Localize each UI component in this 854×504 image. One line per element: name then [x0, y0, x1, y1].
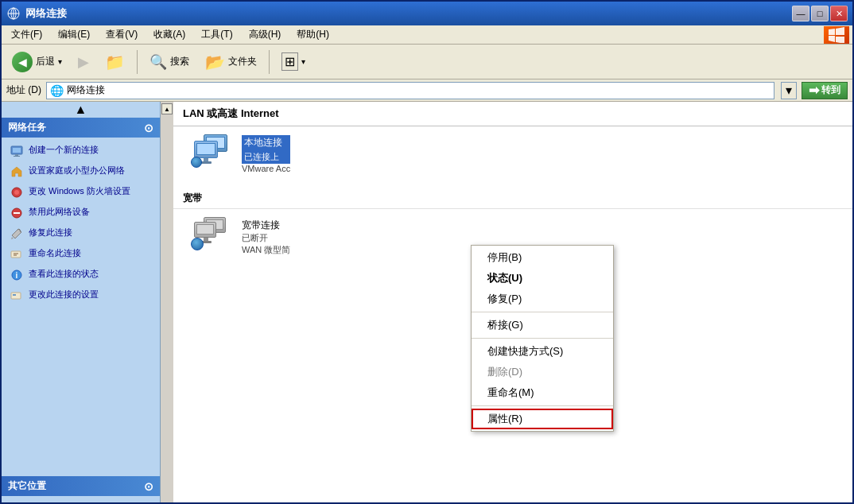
address-label: 地址 (D)	[6, 83, 41, 97]
broadband-section-header: 宽带	[173, 188, 852, 209]
ctx-status[interactable]: 状态(U)	[472, 268, 613, 289]
menu-favorites[interactable]: 收藏(A)	[147, 26, 192, 43]
other-places-label: 其它位置	[8, 479, 46, 493]
change-settings-text: 更改此连接的设置	[29, 289, 99, 300]
back-dropdown-arrow[interactable]: ▾	[58, 57, 62, 66]
folder-label: 文件夹	[228, 55, 257, 68]
folder-button[interactable]: 📂 文件夹	[200, 49, 262, 75]
go-arrow-icon: ➡	[809, 83, 819, 98]
home-network-text: 设置家庭或小型办公网络	[29, 165, 125, 176]
maximize-button[interactable]: □	[811, 6, 829, 21]
up-button[interactable]: 📁	[99, 49, 130, 75]
network-tasks-label: 网络任务	[8, 121, 46, 134]
broadband-connection-detail: WAN 微型简	[242, 244, 290, 256]
broadband-connection-icon	[189, 217, 234, 257]
svg-rect-7	[14, 156, 20, 157]
address-input[interactable]: 🌐 网络连接	[46, 82, 774, 99]
view-icon: ⊞	[281, 52, 298, 71]
firewall-text: 更改 Windows 防火墙设置	[29, 185, 130, 196]
separator-1	[137, 50, 138, 74]
search-label: 搜索	[170, 55, 189, 68]
view-status-item[interactable]: i 查看此连接的状态	[2, 265, 160, 285]
local-connection-label: 本地连接 已连接上 VMware Acc	[242, 135, 290, 173]
minimize-button[interactable]: —	[792, 6, 809, 21]
change-settings-item[interactable]: 更改此连接的设置	[2, 285, 160, 306]
view-dropdown-arrow[interactable]: ▾	[301, 57, 305, 66]
forward-icon: ▶	[78, 53, 89, 71]
svg-rect-12	[11, 251, 21, 258]
search-button[interactable]: 🔍 搜索	[144, 50, 195, 74]
ctx-bridge[interactable]: 桥接(G)	[472, 315, 613, 335]
other-places-section: 其它位置 ⊙	[2, 476, 160, 496]
go-button[interactable]: ➡ 转到	[802, 82, 848, 99]
ctx-disable[interactable]: 停用(B)	[472, 247, 613, 268]
left-panel: ▲ 网络任务 ⊙ 创建一个新的连接	[2, 102, 161, 502]
window-title: 网络连接	[25, 6, 67, 21]
scroll-up-btn[interactable]: ▲	[161, 103, 173, 114]
network-tasks-items: 创建一个新的连接 设置家庭或小型办公网络 更改 Windows 防火墙设置	[2, 138, 160, 309]
search-icon: 🔍	[149, 53, 167, 71]
folder-icon: 📂	[205, 52, 225, 72]
local-connection-icon	[189, 134, 234, 174]
local-connection-item[interactable]: 本地连接 已连接上 VMware Acc	[189, 134, 837, 174]
ctx-repair[interactable]: 修复(P)	[472, 289, 613, 309]
menu-edit[interactable]: 编辑(E)	[52, 26, 96, 43]
back-icon: ◀	[12, 52, 33, 72]
network-tasks-section: 网络任务 ⊙ 创建一个新的连接 设置家庭或小型办公网络	[2, 118, 160, 309]
forward-button[interactable]: ▶	[72, 50, 95, 74]
ctx-rename[interactable]: 重命名(M)	[472, 382, 613, 403]
menu-help[interactable]: 帮助(H)	[290, 26, 336, 43]
ctx-sep-3	[472, 405, 613, 406]
address-dropdown-button[interactable]: ▾	[781, 82, 797, 99]
go-label: 转到	[821, 83, 840, 97]
svg-rect-5	[13, 148, 21, 153]
svg-point-9	[14, 190, 19, 195]
svg-text:i: i	[16, 271, 18, 280]
rename-connection-text: 重命名此连接	[29, 247, 81, 258]
ctx-create-shortcut[interactable]: 创建快捷方式(S)	[472, 341, 613, 362]
lan-icons-area: 本地连接 已连接上 VMware Acc	[173, 126, 852, 188]
rename-connection-icon	[10, 247, 24, 262]
close-button[interactable]: ✕	[830, 6, 848, 21]
broadband-connection-name: 宽带连接	[242, 219, 290, 232]
network-tasks-header[interactable]: 网络任务 ⊙	[2, 118, 160, 138]
folder-up-icon: 📁	[105, 52, 125, 72]
main-window: 网络连接 — □ ✕ 文件(F) 编辑(E) 查看(V) 收藏(A) 工具(T)…	[0, 0, 854, 504]
view-button[interactable]: ⊞ ▾	[276, 49, 311, 74]
scroll-up-button[interactable]: ▲	[2, 102, 160, 118]
menu-advanced[interactable]: 高级(H)	[243, 26, 288, 43]
titlebar: 网络连接 — □ ✕	[2, 2, 852, 25]
disable-network-text: 禁用此网络设备	[29, 206, 90, 217]
firewall-item[interactable]: 更改 Windows 防火墙设置	[2, 182, 160, 203]
other-places-header[interactable]: 其它位置 ⊙	[2, 476, 160, 496]
lan-section-header: LAN 或高速 Internet	[173, 102, 852, 126]
svg-rect-6	[15, 154, 18, 156]
home-network-icon	[10, 165, 24, 179]
ctx-sep-1	[472, 312, 613, 312]
network-tasks-collapse-icon: ⊙	[144, 122, 153, 134]
broadband-connection-status: 已断开	[242, 232, 290, 244]
ctx-properties[interactable]: 属性(R)	[472, 409, 613, 429]
rename-connection-item[interactable]: 重命名此连接	[2, 244, 160, 265]
repair-connection-text: 修复此连接	[29, 227, 72, 238]
disable-network-icon	[10, 206, 24, 220]
broadband-connection-label: 宽带连接 已断开 WAN 微型简	[242, 219, 290, 256]
right-panel: ▲ LAN 或高速 Internet	[161, 102, 852, 502]
menu-view[interactable]: 查看(V)	[99, 26, 144, 43]
addressbar: 地址 (D) 🌐 网络连接 ▾ ➡ 转到	[2, 79, 852, 102]
home-network-item[interactable]: 设置家庭或小型办公网络	[2, 161, 160, 182]
separator-2	[269, 50, 270, 74]
repair-connection-item[interactable]: 修复此连接	[2, 223, 160, 244]
right-panel-scrollbar[interactable]: ▲	[161, 102, 173, 502]
svg-rect-17	[11, 293, 21, 299]
disable-network-item[interactable]: 禁用此网络设备	[2, 203, 160, 223]
other-places-collapse-icon: ⊙	[144, 480, 153, 493]
repair-connection-icon	[10, 227, 24, 241]
create-connection-item[interactable]: 创建一个新的连接	[2, 141, 160, 161]
firewall-icon	[10, 185, 24, 200]
back-button[interactable]: ◀ 后退 ▾	[6, 48, 68, 76]
local-connection-name: 本地连接	[242, 135, 290, 150]
menu-file[interactable]: 文件(F)	[5, 26, 49, 43]
view-status-text: 查看此连接的状态	[29, 268, 99, 279]
menu-tools[interactable]: 工具(T)	[195, 26, 239, 43]
